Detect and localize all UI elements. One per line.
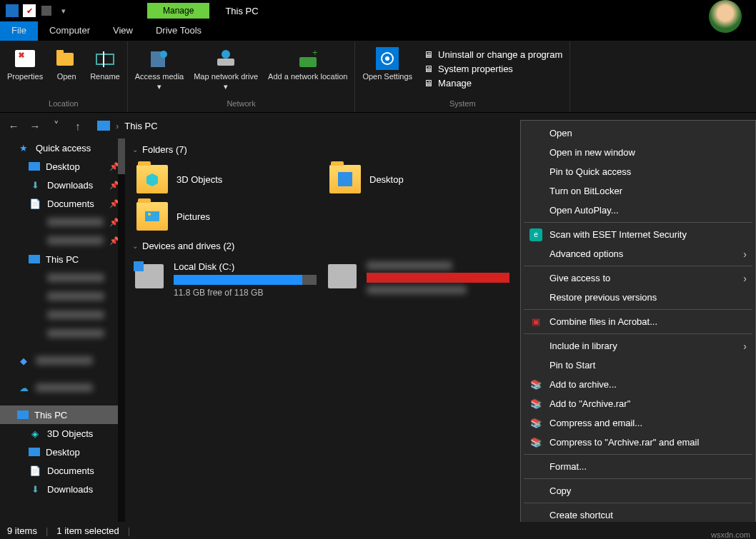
uninstall-button[interactable]: 🖥Uninstall or change a program — [422, 49, 562, 60]
chevron-right-icon: › — [743, 248, 747, 260]
qat-properties-icon[interactable]: ✔ — [23, 4, 36, 17]
up-button[interactable]: ↑ — [70, 120, 86, 132]
sidebar-blurred[interactable] — [0, 287, 125, 306]
ctx-pin-quick-access[interactable]: Pin to Quick access — [521, 162, 755, 181]
ctx-add-archive-rar[interactable]: 📚Add to "Archive.rar" — [521, 394, 755, 413]
back-button[interactable]: ← — [6, 120, 21, 132]
desktop-icon — [338, 172, 352, 186]
tab-computer[interactable]: Computer — [38, 21, 101, 41]
sidebar-this-pc[interactable]: This PC — [0, 405, 125, 424]
drive-secondary[interactable] — [322, 257, 515, 302]
window-title: This PC — [225, 6, 258, 16]
sidebar-quick-access[interactable]: ★Quick access — [0, 138, 125, 157]
separator: | — [128, 525, 130, 536]
forward-button[interactable]: → — [27, 120, 43, 132]
folder-3d-objects[interactable]: 3D Objects — [129, 161, 322, 198]
ctx-acrobat-combine[interactable]: ▣Combine files in Acrobat... — [521, 312, 755, 331]
chevron-down-icon: ⌄ — [132, 242, 138, 250]
acrobat-icon: ▣ — [529, 316, 542, 328]
ctx-format[interactable]: Format... — [521, 457, 755, 476]
ctx-advanced-options[interactable]: Advanced options› — [521, 244, 755, 263]
map-drive-button[interactable]: Map network drive ▾ — [189, 46, 262, 94]
scrollbar[interactable] — [118, 138, 125, 522]
drive-local-c[interactable]: Local Disk (C:) 11.8 GB free of 118 GB — [129, 257, 322, 302]
ctx-open-new-window[interactable]: Open in new window — [521, 143, 755, 162]
tab-file[interactable]: File — [0, 21, 38, 41]
properties-button[interactable]: Properties — [3, 46, 47, 83]
winrar-icon: 📚 — [529, 417, 542, 430]
sidebar-documents2[interactable]: 📄Documents — [0, 461, 125, 480]
qat-customize-icon[interactable]: ▾ — [57, 4, 70, 17]
svg-marker-13 — [146, 173, 158, 186]
svg-rect-0 — [15, 50, 35, 67]
sidebar-downloads2[interactable]: ⬇Downloads — [0, 480, 125, 498]
open-settings-button[interactable]: Open Settings — [358, 46, 417, 83]
sidebar-desktop[interactable]: Desktop📌 — [0, 157, 125, 176]
chevron-down-icon: ⌄ — [132, 146, 138, 153]
context-menu: Open Open in new window Pin to Quick acc… — [520, 120, 756, 539]
drive-icon — [328, 264, 357, 288]
tab-drive-tools[interactable]: Drive Tools — [144, 21, 213, 41]
ctx-compress-email[interactable]: 📚Compress and email... — [521, 413, 755, 433]
ctx-pin-start[interactable]: Pin to Start — [521, 356, 755, 375]
folder-icon — [329, 165, 361, 193]
qat-dropdown-icon[interactable] — [40, 4, 53, 17]
svg-rect-9 — [299, 57, 317, 67]
ctx-include-library[interactable]: Include in library› — [521, 336, 755, 356]
settings-icon — [376, 47, 399, 70]
open-button[interactable]: Open — [49, 46, 84, 83]
winrar-icon: 📚 — [529, 378, 542, 391]
folder-desktop[interactable]: Desktop — [322, 161, 515, 198]
ctx-copy[interactable]: Copy — [521, 481, 755, 500]
manage-tab[interactable]: Manage — [147, 3, 209, 19]
tab-view[interactable]: View — [101, 21, 144, 41]
sidebar-blurred[interactable] — [0, 268, 125, 287]
sidebar-this-pc-sub[interactable]: This PC — [0, 250, 125, 268]
sidebar-documents[interactable]: 📄Documents📌 — [0, 194, 125, 213]
folder-pictures[interactable]: Pictures — [129, 198, 322, 235]
this-pc-icon — [29, 255, 40, 263]
sidebar-3d-objects[interactable]: ◈3D Objects — [0, 424, 125, 443]
ctx-compress-rar-email[interactable]: 📚Compress to "Archive.rar" and email — [521, 433, 755, 452]
rename-button[interactable]: Rename — [86, 46, 124, 83]
scrollbar-thumb[interactable] — [118, 138, 125, 174]
documents-icon: 📄 — [29, 198, 41, 209]
ctx-eset-scan[interactable]: eScan with ESET Internet Security — [521, 225, 755, 244]
sidebar-blurred[interactable]: ◆ — [0, 351, 125, 370]
cube-icon: ◈ — [29, 428, 41, 439]
ctx-autoplay[interactable]: Open AutoPlay... — [521, 201, 755, 220]
drive-label: Local Disk (C:) — [174, 261, 317, 272]
sidebar-blurred[interactable] — [0, 324, 125, 343]
sidebar-downloads[interactable]: ⬇Downloads📌 — [0, 176, 125, 194]
sidebar: ★Quick access Desktop📌 ⬇Downloads📌 📄Docu… — [0, 138, 125, 522]
sidebar-desktop2[interactable]: Desktop — [0, 443, 125, 461]
ctx-restore-versions[interactable]: Restore previous versions — [521, 288, 755, 307]
ctx-give-access[interactable]: Give access to› — [521, 268, 755, 288]
drive-icon — [135, 264, 164, 288]
access-media-button[interactable]: Access media ▾ — [131, 46, 188, 94]
folder-icon — [136, 202, 168, 231]
manage-button[interactable]: 🖥Manage — [422, 77, 562, 89]
svg-rect-7 — [217, 59, 234, 66]
system-properties-button[interactable]: 🖥System properties — [422, 63, 562, 74]
chevron-right-icon: › — [743, 273, 747, 284]
svg-rect-2 — [56, 50, 64, 54]
separator — [524, 503, 752, 503]
svg-rect-16 — [134, 261, 144, 271]
status-item-count: 9 items — [7, 525, 37, 536]
drive-free: 11.8 GB free of 118 GB — [174, 288, 317, 298]
add-location-button[interactable]: + Add a network location — [264, 46, 352, 83]
manage-icon: 🖥 — [422, 77, 434, 89]
ctx-bitlocker[interactable]: Turn on BitLocker — [521, 181, 755, 201]
sidebar-blurred[interactable] — [0, 306, 125, 324]
sidebar-blurred[interactable]: ☁ — [0, 378, 125, 397]
recent-dropdown[interactable]: ˅ — [49, 119, 64, 132]
svg-point-8 — [222, 50, 230, 59]
quick-access-toolbar: ✔ ▾ — [0, 4, 76, 17]
sidebar-blurred[interactable]: 📌 — [0, 231, 125, 250]
sidebar-blurred[interactable]: 📌 — [0, 213, 125, 231]
ctx-add-archive[interactable]: 📚Add to archive... — [521, 375, 755, 394]
documents-icon: 📄 — [29, 465, 41, 476]
chevron-right-icon: › — [116, 121, 119, 131]
ctx-open[interactable]: Open — [521, 124, 755, 143]
